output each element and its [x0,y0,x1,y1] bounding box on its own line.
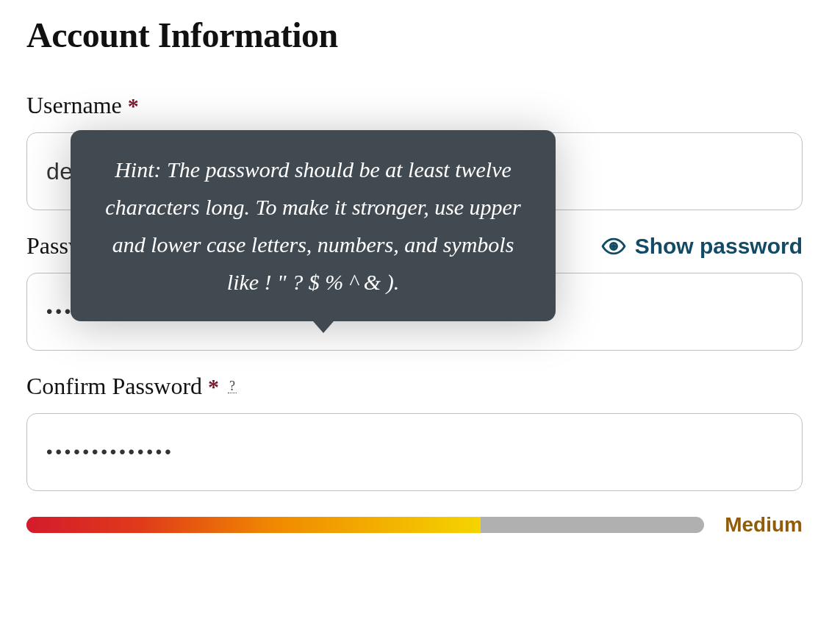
section-title: Account Information [26,15,803,55]
strength-bar-fill [26,517,481,533]
required-star-icon: * [208,374,219,399]
confirm-password-field-row: Hint: The password should be at least tw… [26,373,803,491]
confirm-hint-icon[interactable]: ? [228,379,237,393]
confirm-password-label: Confirm Password [26,373,202,400]
show-password-label: Show password [635,234,803,259]
confirm-password-input[interactable] [26,413,803,491]
svg-point-1 [612,245,614,247]
show-password-toggle[interactable]: Show password [601,234,803,259]
strength-label: Medium [725,513,803,537]
password-hint-tooltip: Hint: The password should be at least tw… [71,130,556,321]
strength-bar [26,517,704,533]
username-label: Username [26,92,122,119]
required-star-icon: * [128,93,139,118]
password-strength-meter: Medium [26,513,803,537]
eye-icon [601,234,626,259]
